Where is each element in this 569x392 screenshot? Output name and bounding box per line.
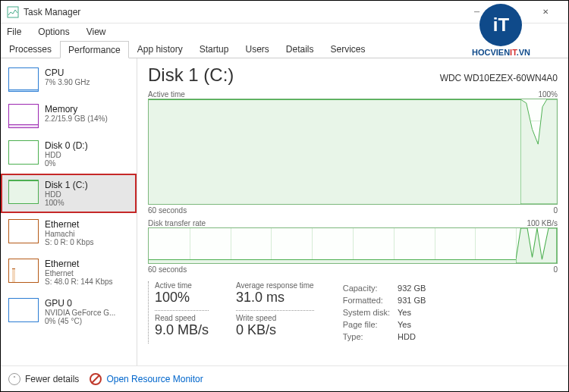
stat-active-time-label: Active time <box>155 281 209 290</box>
chart2-max: 100 KB/s <box>527 219 558 227</box>
sidebar-item-ethernet-hamachi[interactable]: EthernetHamachiS: 0 R: 0 Kbps <box>1 213 137 252</box>
fewer-details-button[interactable]: ˄ Fewer details <box>8 373 79 385</box>
sidebar-item-cpu[interactable]: CPU7% 3.90 GHz <box>1 61 137 98</box>
chart1-label: Active time <box>148 90 185 99</box>
stat-read-label: Read speed <box>155 314 209 322</box>
stat-active-time-value: 100% <box>155 290 209 306</box>
menu-options[interactable]: Options <box>35 25 72 39</box>
sidebar-item-label: CPU <box>45 67 129 78</box>
chart2-xright: 0 <box>553 265 558 274</box>
sidebar-item-label: GPU 0 <box>45 298 129 309</box>
stat-read-value: 9.0 MB/s <box>155 322 209 338</box>
disk-thumb-icon <box>8 140 39 165</box>
gpu-thumb-icon <box>8 298 39 322</box>
tab-app-history[interactable]: App history <box>129 40 191 58</box>
disk-properties: Capacity:932 GB Formatted:931 GB System … <box>341 281 434 343</box>
sidebar-item-label: Ethernet <box>45 259 129 269</box>
menubar: File Options View <box>1 24 568 40</box>
stat-write-value: 0 KB/s <box>236 322 314 338</box>
open-resource-monitor-link[interactable]: Open Resource Monitor <box>90 373 203 385</box>
sidebar-item-label: Disk 1 (C:) <box>45 180 129 190</box>
cpu-thumb-icon <box>8 67 39 92</box>
sidebar-item-ethernet[interactable]: EthernetEthernetS: 48.0 R: 144 Kbps <box>1 252 137 292</box>
sidebar-item-disk0[interactable]: Disk 0 (D:)HDD0% <box>1 134 137 174</box>
disk-thumb-icon <box>8 180 39 204</box>
stat-write-label: Write speed <box>236 314 314 322</box>
ethernet-thumb-icon <box>8 219 39 243</box>
stats-block: Active time100% Read speed9.0 MB/s Avera… <box>148 281 558 343</box>
sidebar-item-gpu[interactable]: GPU 0NVIDIA GeForce G...0% (45 °C) <box>1 292 137 331</box>
tab-processes[interactable]: Processes <box>1 40 60 58</box>
device-model: WDC WD10EZEX-60WN4A0 <box>440 73 558 83</box>
active-time-chart <box>148 99 558 205</box>
main-panel: Disk 1 (C:) WDC WD10EZEX-60WN4A0 Active … <box>137 58 568 365</box>
svg-marker-2 <box>516 228 557 263</box>
menu-file[interactable]: File <box>4 25 24 39</box>
resource-monitor-icon <box>90 373 102 385</box>
sidebar-item-memory[interactable]: Memory2.2/15.9 GB (14%) <box>1 98 137 134</box>
chevron-up-icon: ˄ <box>8 373 20 385</box>
page-title: Disk 1 (C:) <box>148 64 234 86</box>
menu-view[interactable]: View <box>83 25 109 39</box>
sidebar-item-label: Memory <box>45 104 129 114</box>
memory-thumb-icon <box>8 104 39 128</box>
transfer-rate-chart <box>148 227 558 264</box>
tabs: Processes Performance App history Startu… <box>1 40 568 58</box>
chart2-xleft: 60 seconds <box>148 265 187 274</box>
close-button[interactable]: ✕ <box>528 1 562 24</box>
tab-details[interactable]: Details <box>278 40 322 58</box>
titlebar: Task Manager ─ ☐ ✕ <box>1 1 568 24</box>
tab-performance[interactable]: Performance <box>60 41 129 58</box>
maximize-button[interactable]: ☐ <box>494 1 528 24</box>
minimize-button[interactable]: ─ <box>460 1 494 24</box>
chart1-max: 100% <box>538 90 558 99</box>
ethernet-thumb-icon <box>8 259 39 283</box>
tab-services[interactable]: Services <box>322 40 374 58</box>
window-title: Task Manager <box>24 7 460 17</box>
footer: ˄ Fewer details Open Resource Monitor <box>1 365 568 391</box>
sidebar-item-disk1[interactable]: Disk 1 (C:)HDD100% <box>1 174 137 213</box>
sidebar-item-label: Ethernet <box>45 219 129 230</box>
sidebar-item-label: Disk 0 (D:) <box>45 140 129 151</box>
chart1-xright: 0 <box>553 206 558 215</box>
chart2-label: Disk transfer rate <box>148 219 206 227</box>
stat-avg-resp-label: Average response time <box>236 281 314 290</box>
chart1-xleft: 60 seconds <box>148 206 187 215</box>
app-icon <box>7 6 19 18</box>
tab-users[interactable]: Users <box>237 40 277 58</box>
tab-startup[interactable]: Startup <box>191 40 237 58</box>
stat-avg-resp-value: 31.0 ms <box>236 290 314 306</box>
sidebar: CPU7% 3.90 GHz Memory2.2/15.9 GB (14%) D… <box>1 58 137 365</box>
svg-marker-1 <box>520 99 557 204</box>
